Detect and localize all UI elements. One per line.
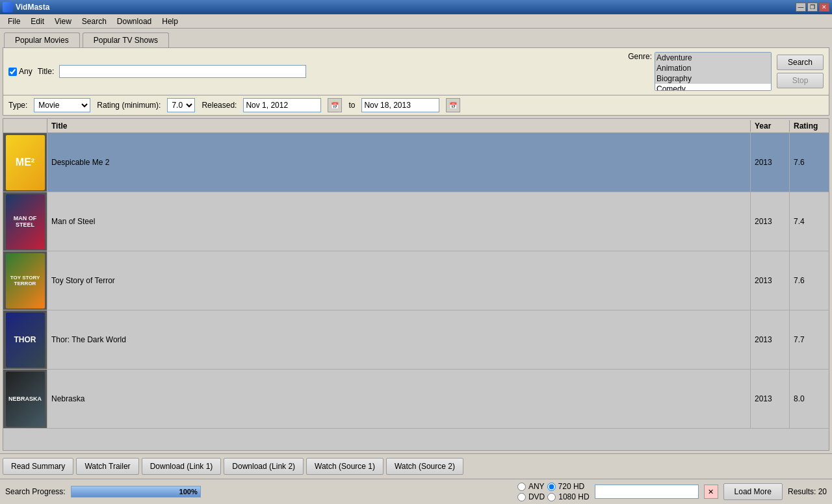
thumbnail-manofsteel: MAN OF STEEL xyxy=(3,192,47,251)
results-header: Title Year Rating xyxy=(3,119,829,133)
released-label: Released: xyxy=(202,101,237,110)
menu-file[interactable]: File xyxy=(3,16,25,27)
to-calendar-button[interactable]: 📅 xyxy=(446,98,460,112)
quality-1080hd-label[interactable]: 1080 HD xyxy=(558,492,589,501)
poster-nebraska: NEBRASKA xyxy=(6,372,45,427)
progress-text: 100% xyxy=(179,488,198,496)
genre-label: Genre: xyxy=(628,52,652,61)
menu-search[interactable]: Search xyxy=(77,16,112,27)
title-label: Title: xyxy=(38,67,55,76)
quality-any-label[interactable]: ANY xyxy=(528,482,545,491)
results-body: ME² Despicable Me 2 2013 7.6 MAN OF STEE… xyxy=(3,133,829,450)
any-checkbox[interactable] xyxy=(8,68,17,76)
rating-manofsteel: 7.4 xyxy=(790,192,829,251)
poster-toystory: TOY STORY TERROR xyxy=(6,253,45,309)
quality-720hd-radio[interactable] xyxy=(547,483,556,491)
menu-help[interactable]: Help xyxy=(157,16,183,27)
poster-despicable: ME² xyxy=(6,135,45,190)
quality-row-dvd-1080: DVD 1080 HD xyxy=(517,492,590,501)
rating-thor: 7.7 xyxy=(790,310,829,369)
table-row[interactable]: TOY STORY TERROR Toy Story of Terror 201… xyxy=(3,251,829,310)
progress-bar: 100% xyxy=(71,486,201,498)
poster-thor: THOR xyxy=(6,312,45,368)
tab-popular-movies[interactable]: Popular Movies xyxy=(4,32,80,47)
watch-source1-button[interactable]: Watch (Source 1) xyxy=(306,458,384,475)
main-window: Popular Movies Popular TV Shows Any Titl… xyxy=(0,29,832,504)
results-count: Results: 20 xyxy=(788,487,827,496)
quality-row-any-720: ANY 720 HD xyxy=(517,482,590,491)
thumbnail-despicable: ME² xyxy=(3,133,47,192)
col-header-rating: Rating xyxy=(790,120,829,132)
watch-trailer-button[interactable]: Watch Trailer xyxy=(76,458,138,475)
filter-clear-button[interactable]: ✕ xyxy=(704,485,718,499)
minimize-button[interactable]: — xyxy=(796,3,806,12)
watch-source2-button[interactable]: Watch (Source 2) xyxy=(386,458,463,475)
menu-download[interactable]: Download xyxy=(112,16,157,27)
progress-label: Search Progress: xyxy=(5,487,66,496)
any-checkbox-label[interactable]: Any xyxy=(8,67,32,76)
any-label: Any xyxy=(19,67,32,76)
genre-listbox[interactable]: Adventure Animation Biography Comedy xyxy=(655,52,772,91)
to-date-input[interactable] xyxy=(361,98,439,112)
quality-dvd-label[interactable]: DVD xyxy=(528,492,545,501)
genre-option-biography: Biography xyxy=(655,73,771,84)
type-select[interactable]: Movie TV Show Mini-Series xyxy=(34,98,90,112)
load-more-button[interactable]: Load More xyxy=(723,483,783,500)
rating-label: Rating (minimum): xyxy=(97,101,161,110)
table-row[interactable]: ME² Despicable Me 2 2013 7.6 xyxy=(3,133,829,192)
stop-button[interactable]: Stop xyxy=(777,73,824,88)
genre-option-animation: Animation xyxy=(655,63,771,73)
table-row[interactable]: THOR Thor: The Dark World 2013 7.7 xyxy=(3,310,829,370)
from-date-input[interactable] xyxy=(243,98,321,112)
genre-section: Genre: Adventure Animation Biography Com… xyxy=(628,52,772,91)
restore-button[interactable]: ❐ xyxy=(807,3,818,12)
quality-dvd-radio[interactable] xyxy=(517,493,526,501)
title-input[interactable] xyxy=(59,65,306,78)
title-despicable: Despicable Me 2 xyxy=(47,133,751,192)
table-row[interactable]: MAN OF STEEL Man of Steel 2013 7.4 xyxy=(3,192,829,251)
year-nebraska: 2013 xyxy=(751,370,790,428)
rating-nebraska: 8.0 xyxy=(790,370,829,428)
filter-input[interactable] xyxy=(595,485,699,499)
genre-option-adventure: Adventure xyxy=(655,53,771,63)
search-button[interactable]: Search xyxy=(777,55,824,70)
rating-select[interactable]: 5.0 6.0 7.0 7.5 8.0 8.5 9.0 xyxy=(167,98,195,112)
thumbnail-toystory: TOY STORY TERROR xyxy=(3,251,47,310)
menu-view[interactable]: View xyxy=(49,16,77,27)
read-summary-button[interactable]: Read Summary xyxy=(3,458,73,475)
tab-popular-tv-shows[interactable]: Popular TV Shows xyxy=(83,32,169,47)
to-label: to xyxy=(348,101,355,110)
statusbar: Search Progress: 100% ANY 720 HD DVD 108… xyxy=(0,479,832,504)
col-header-thumb xyxy=(3,119,47,132)
from-calendar-button[interactable]: 📅 xyxy=(328,98,342,112)
rating-toystory: 7.6 xyxy=(790,251,829,310)
year-despicable: 2013 xyxy=(751,133,790,192)
results-area: Title Year Rating ME² Despicable Me 2 20… xyxy=(3,118,829,451)
quality-1080hd-radio[interactable] xyxy=(547,493,556,501)
title-thor: Thor: The Dark World xyxy=(47,310,751,369)
type-label: Type: xyxy=(8,101,27,110)
quality-720hd-label[interactable]: 720 HD xyxy=(558,482,585,491)
filterrow: Type: Movie TV Show Mini-Series Rating (… xyxy=(3,95,829,116)
menu-edit[interactable]: Edit xyxy=(25,16,49,27)
table-row[interactable]: NEBRASKA Nebraska 2013 8.0 xyxy=(3,370,829,429)
title-nebraska: Nebraska xyxy=(47,370,751,428)
titlebar-controls: — ❐ ✕ xyxy=(796,3,829,12)
quality-any-radio[interactable] xyxy=(517,483,526,491)
col-header-title: Title xyxy=(47,120,751,132)
genre-option-comedy: Comedy xyxy=(655,84,771,91)
menubar: File Edit View Search Download Help xyxy=(0,14,832,29)
app-icon xyxy=(3,2,13,12)
thumbnail-nebraska: NEBRASKA xyxy=(3,370,47,428)
tabbar: Popular Movies Popular TV Shows xyxy=(0,29,832,47)
title-manofsteel: Man of Steel xyxy=(47,192,751,251)
download-link1-button[interactable]: Download (Link 1) xyxy=(142,458,222,475)
year-manofsteel: 2013 xyxy=(751,192,790,251)
col-header-year: Year xyxy=(751,120,790,132)
actionbar: Read Summary Watch Trailer Download (Lin… xyxy=(0,453,832,479)
download-link2-button[interactable]: Download (Link 2) xyxy=(224,458,304,475)
app-title: VidMasta xyxy=(16,3,49,12)
search-buttons: Search Stop xyxy=(777,55,824,88)
thumbnail-thor: THOR xyxy=(3,310,47,369)
close-button[interactable]: ✕ xyxy=(819,3,829,12)
